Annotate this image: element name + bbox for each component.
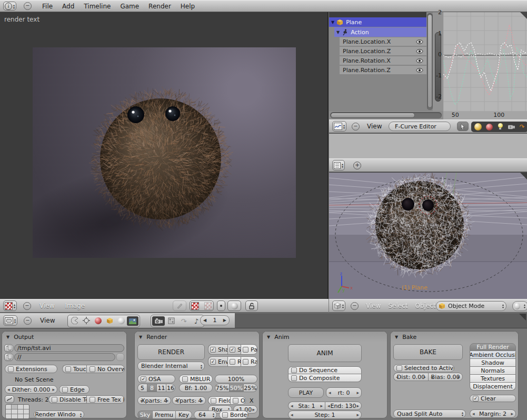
dither-slider[interactable]: Dither: 0.000: [5, 385, 57, 394]
selected-to-active-toggle[interactable]: Selected to Active: [393, 364, 454, 372]
do-composite-toggle[interactable]: Do Composite: [288, 374, 362, 382]
anim-subcontext-icon[interactable]: [165, 316, 177, 326]
fields-toggle[interactable]: Fields: [208, 396, 230, 405]
area-corner-widget[interactable]: [520, 12, 527, 19]
text-editor-type-button[interactable]: [332, 160, 345, 171]
bake-mode-full-render[interactable]: Full Render: [470, 343, 516, 351]
image-editor-type-button[interactable]: [3, 301, 17, 311]
bake-mode-textures[interactable]: Textures: [470, 375, 516, 383]
engine-dropdown[interactable]: Blender Internal: [137, 362, 205, 371]
menu-timeline[interactable]: Timeline: [83, 0, 112, 13]
odd-toggle[interactable]: Od: [230, 396, 246, 405]
logic-context-icon[interactable]: [69, 316, 81, 326]
bake-mode-ambient-occlusion[interactable]: Ambient Occlusi: [470, 351, 516, 359]
channel-row[interactable]: Plane.Location.X: [340, 37, 426, 46]
editing-context-icon[interactable]: [115, 316, 127, 326]
frame-next-icon[interactable]: ▶: [223, 318, 226, 323]
area-corner-widget[interactable]: [520, 173, 527, 179]
editor-type-button[interactable]: i: [3, 2, 16, 11]
scene-icon[interactable]: [508, 124, 515, 130]
margin-stepper[interactable]: Margin: 2: [470, 409, 516, 418]
image-menu-view[interactable]: View: [38, 299, 55, 313]
bake-mode-normals[interactable]: Normals: [470, 367, 516, 375]
rt-stepper[interactable]: rt: 0: [326, 387, 362, 398]
extensions-toggle[interactable]: Extensions: [5, 365, 57, 373]
size-75-button[interactable]: 75%: [215, 384, 229, 392]
shadow-toggle[interactable]: Shad: [208, 344, 227, 355]
collapse-menus-icon[interactable]: −: [24, 2, 32, 10]
editor-type-stepper-icon[interactable]: [13, 4, 15, 9]
edge-toggle[interactable]: Edge: [59, 385, 90, 394]
buttons-collapse-menus-icon[interactable]: −: [24, 317, 32, 325]
osa-toggle[interactable]: OSA: [137, 375, 175, 383]
viewport-editor-type-button[interactable]: [332, 301, 345, 311]
script-context-icon[interactable]: [81, 316, 92, 326]
key-toggle[interactable]: Key: [175, 411, 192, 419]
image-collapse-menus-icon[interactable]: −: [23, 302, 31, 310]
channel-row[interactable]: Plane.Rotation.X: [340, 56, 426, 65]
clear-toggle[interactable]: Clear: [470, 395, 516, 402]
render-window-placement-widget[interactable]: [5, 404, 29, 419]
menu-file[interactable]: File: [41, 0, 54, 13]
menu-add[interactable]: Add: [61, 0, 75, 13]
envmap-toggle[interactable]: EnvM: [208, 356, 227, 367]
expand-triangle-icon[interactable]: ▼: [331, 20, 334, 25]
step-stepper[interactable]: Step: 1: [288, 411, 362, 419]
render-panel-header[interactable]: Render: [135, 332, 259, 342]
viewport-menu-object[interactable]: Object: [414, 299, 437, 313]
eye-icon[interactable]: [416, 49, 423, 54]
eye-icon[interactable]: [416, 58, 423, 63]
fcurve-menu-view[interactable]: View: [366, 119, 383, 133]
render-subcontext-icon[interactable]: [152, 316, 165, 326]
bf-field[interactable]: Bf: 1.00: [179, 384, 213, 392]
channel-object-row[interactable]: ▼ Plane: [329, 17, 426, 27]
material-preview-icon[interactable]: [474, 123, 482, 131]
channel-scrollbar[interactable]: [427, 13, 433, 110]
physics-subcontext-icon[interactable]: ↷: [177, 317, 190, 325]
quad-split-dropdown[interactable]: Quad Split Auto: [393, 409, 466, 418]
buttons-menu-view[interactable]: View: [39, 314, 56, 327]
end-stepper[interactable]: End: 130: [325, 402, 362, 410]
paint-brush-icon[interactable]: [173, 301, 186, 311]
channel-row[interactable]: Plane.Rotation.Z: [340, 66, 426, 74]
bake-mode-displacement[interactable]: Displacement: [470, 383, 516, 391]
osa-16-button[interactable]: 16: [166, 384, 175, 392]
draw-mode-sphere-button[interactable]: [227, 301, 241, 311]
bake-panel-header[interactable]: Bake: [391, 332, 518, 342]
image-menu-image[interactable]: Image: [64, 299, 86, 313]
anim-panel-header[interactable]: Anim: [263, 332, 387, 342]
fcurve-editor-type-button[interactable]: [332, 121, 346, 132]
pin-dot-button[interactable]: [217, 301, 225, 311]
viewport-3d-content[interactable]: [329, 173, 527, 299]
play-button[interactable]: PLAY: [288, 387, 324, 398]
cursor-tool-button[interactable]: [457, 122, 469, 131]
backbuf-use-icon[interactable]: [116, 353, 124, 361]
menu-game[interactable]: Game: [119, 0, 140, 13]
mode-dropdown[interactable]: Object Mode: [436, 301, 506, 311]
osa-5-button[interactable]: 5: [137, 384, 147, 392]
text-editor-window[interactable]: [329, 133, 527, 158]
frame-prev-icon[interactable]: ◀: [203, 318, 206, 323]
output-path-field[interactable]: /tmp/tst.avi: [14, 344, 124, 352]
channel-hscrollbar[interactable]: [330, 112, 442, 118]
touch-toggle[interactable]: Touc: [62, 365, 86, 373]
bake-button[interactable]: BAKE: [393, 344, 463, 360]
sta-stepper[interactable]: Sta: 1: [288, 402, 325, 410]
premul-toggle[interactable]: Premu: [152, 411, 175, 419]
menu-help[interactable]: Help: [180, 0, 196, 13]
channel-row[interactable]: Plane.Location.Z: [340, 47, 426, 55]
backbuf-path-field[interactable]: //: [14, 353, 115, 361]
expand-triangle-icon[interactable]: ▼: [336, 30, 340, 35]
sss-toggle[interactable]: SS: [227, 344, 241, 355]
free-tex-images-toggle[interactable]: Free Tex Imag: [86, 395, 125, 404]
eye-icon[interactable]: [416, 39, 423, 44]
viewport-collapse-menus-icon[interactable]: −: [351, 302, 359, 310]
pano-toggle[interactable]: Pano: [241, 344, 257, 355]
file-select-icon[interactable]: [4, 344, 13, 352]
rotate-arrow-icon[interactable]: ↷: [520, 124, 525, 130]
viewport-shading-dropdown[interactable]: [512, 301, 527, 311]
render-display-dropdown[interactable]: Render Windo: [34, 411, 84, 418]
menu-render[interactable]: Render: [147, 0, 172, 13]
output-panel-header[interactable]: Output: [2, 332, 126, 342]
quality-field[interactable]: 64: [194, 411, 217, 419]
